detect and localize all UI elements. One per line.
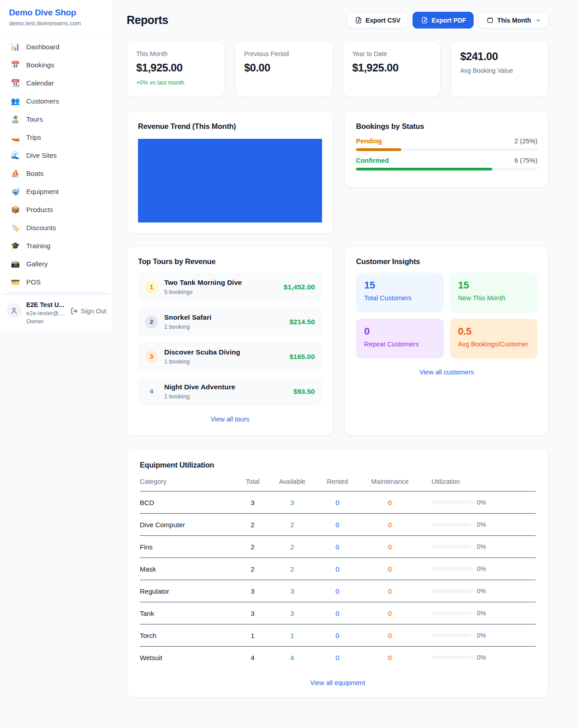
status-row: Pending2 (25%) — [356, 137, 537, 151]
table-row: Regulator33000% — [140, 580, 536, 602]
utilization-cell: 0% — [420, 654, 536, 661]
sidebar-item-pos[interactable]: 💳POS — [5, 274, 107, 290]
sidebar-item-bookings[interactable]: 📅Bookings — [5, 57, 107, 73]
equipment-category: BCD — [140, 499, 236, 506]
table-row: Wetsuit44000% — [140, 647, 536, 668]
sidebar-item-equipment[interactable]: 🤿Equipment — [5, 183, 107, 200]
file-export-icon — [421, 17, 428, 24]
export-pdf-label: Export PDF — [432, 17, 466, 24]
period-label: This Month — [497, 17, 531, 24]
app-root: Demo Dive Shop demo.test.divestreams.com… — [0, 0, 579, 728]
tag-icon: 🏷️ — [11, 224, 20, 232]
insight-tile: 15New This Month — [450, 273, 538, 312]
tour-bookings: 5 bookings — [164, 288, 242, 295]
user-name: E2E Test U... — [26, 301, 65, 308]
column-header: Maintenance — [360, 478, 420, 485]
sidebar-item-products[interactable]: 📦Products — [5, 201, 107, 218]
sidebar-item-label: Tours — [26, 115, 43, 123]
utilization-cell: 0% — [420, 499, 536, 506]
equipment-category: Tank — [140, 610, 236, 617]
equipment-rented: 0 — [315, 654, 360, 662]
customer-insights-card: Customer Insights 15Total Customers15New… — [345, 246, 549, 436]
tour-list: 1Two Tank Morning Dive5 bookings$1,452.0… — [138, 273, 322, 412]
calendar-icon — [487, 17, 494, 24]
status-bar-track — [356, 168, 537, 170]
graduation-cap-icon: 🎓 — [11, 242, 20, 250]
stat-label: Avg Booking Value — [460, 67, 539, 74]
chevron-down-icon — [536, 18, 541, 23]
sidebar-item-calendar[interactable]: 📆Calendar — [5, 75, 107, 91]
utilization-percent: 0% — [477, 587, 486, 595]
utilization-bar-track — [432, 523, 471, 526]
export-pdf-button[interactable]: Export PDF — [413, 12, 474, 28]
sidebar-item-training[interactable]: 🎓Training — [5, 237, 107, 254]
view-all-equipment-link[interactable]: View all equipment — [140, 679, 536, 686]
package-icon: 📦 — [11, 206, 20, 213]
stat-value: $1,925.00 — [352, 61, 432, 74]
desert-island-icon: 🏝️ — [11, 116, 20, 123]
equipment-rented: 0 — [315, 499, 360, 506]
rank-badge: 2 — [145, 316, 158, 328]
tour-info: Discover Scuba Diving1 booking — [164, 348, 240, 365]
utilization-bar-track — [432, 501, 471, 504]
sidebar-item-label: Boats — [26, 170, 43, 177]
status-value: 6 (75%) — [514, 157, 537, 164]
status-label: Confirmed — [356, 157, 389, 164]
tour-name: Discover Scuba Diving — [164, 348, 240, 356]
equipment-category: Torch — [140, 632, 236, 639]
insight-value: 15 — [364, 279, 436, 291]
equipment-category: Fins — [140, 543, 236, 551]
sidebar-item-trips[interactable]: 🚤Trips — [5, 129, 107, 146]
card-title: Customer Insights — [356, 257, 537, 266]
page-header: Reports Export CSV Export PDF — [127, 12, 549, 28]
tour-info: Night Dive Adventure1 booking — [164, 383, 235, 400]
top-tours-card: Top Tours by Revenue 1Two Tank Morning D… — [127, 246, 333, 436]
sidebar-item-discounts[interactable]: 🏷️Discounts — [5, 219, 107, 236]
view-all-customers-link[interactable]: View all customers — [356, 369, 537, 376]
rank-badge: 4 — [145, 385, 158, 398]
stat-cards: This Month$1,925.00+0% vs last monthPrev… — [127, 41, 549, 97]
export-csv-button[interactable]: Export CSV — [346, 12, 408, 28]
status-bar-track — [356, 148, 537, 151]
user-email: e2e-tester@... — [26, 310, 65, 317]
sidebar-item-label: Products — [26, 206, 53, 213]
utilization-percent: 0% — [477, 565, 486, 572]
tour-bookings: 1 booking — [164, 393, 235, 400]
shop-name: Demo Dive Shop — [9, 8, 104, 18]
equipment-available: 3 — [270, 499, 315, 506]
tour-name: Snorkel Safari — [164, 313, 211, 321]
tour-list-item: 4Night Dive Adventure1 booking$93.50 — [138, 377, 322, 406]
sidebar-item-tours[interactable]: 🏝️Tours — [5, 111, 107, 128]
stat-label: Year to Date — [352, 50, 432, 57]
sidebar-item-gallery[interactable]: 📸Gallery — [5, 255, 107, 272]
sidebar-item-label: Discounts — [26, 224, 56, 232]
equipment-maintenance: 0 — [360, 654, 420, 662]
utilization-cell: 0% — [420, 521, 536, 528]
equipment-total: 4 — [236, 654, 270, 662]
sidebar-item-label: Training — [26, 242, 51, 250]
equipment-category: Mask — [140, 565, 236, 573]
view-all-tours-link[interactable]: View all tours — [138, 416, 322, 423]
sidebar-item-dashboard[interactable]: 📊Dashboard — [5, 38, 107, 55]
status-rows: Pending2 (25%)Confirmed6 (75%) — [356, 137, 537, 170]
sidebar-item-customers[interactable]: 👥Customers — [5, 93, 107, 109]
card-title: Bookings by Status — [356, 122, 537, 131]
sidebar-item-dive-sites[interactable]: 🌊Dive Sites — [5, 147, 107, 164]
tour-list-item: 3Discover Scuba Diving1 booking$165.00 — [138, 342, 322, 371]
equipment-total: 3 — [236, 610, 270, 617]
table-row: Dive Computer22000% — [140, 514, 536, 536]
stat-label: Previous Period — [244, 50, 323, 57]
sign-out-button[interactable]: Sign Out — [70, 307, 106, 315]
calendar-date-icon: 📅 — [11, 61, 20, 69]
sidebar-item-label: Dashboard — [26, 43, 59, 51]
equipment-category: Wetsuit — [140, 654, 236, 662]
period-dropdown[interactable]: This Month — [478, 12, 549, 28]
sidebar-item-label: Bookings — [26, 61, 54, 69]
insight-label: Avg Bookings/Customer — [458, 340, 530, 348]
utilization-bar-track — [432, 633, 471, 637]
bookings-by-status-card: Bookings by Status Pending2 (25%)Confirm… — [345, 111, 549, 188]
insight-tile: 0Repeat Customers — [356, 319, 444, 359]
page-title: Reports — [127, 14, 168, 27]
sidebar-item-boats[interactable]: ⛵Boats — [5, 165, 107, 182]
main-content: Reports Export CSV Export PDF — [127, 12, 549, 698]
